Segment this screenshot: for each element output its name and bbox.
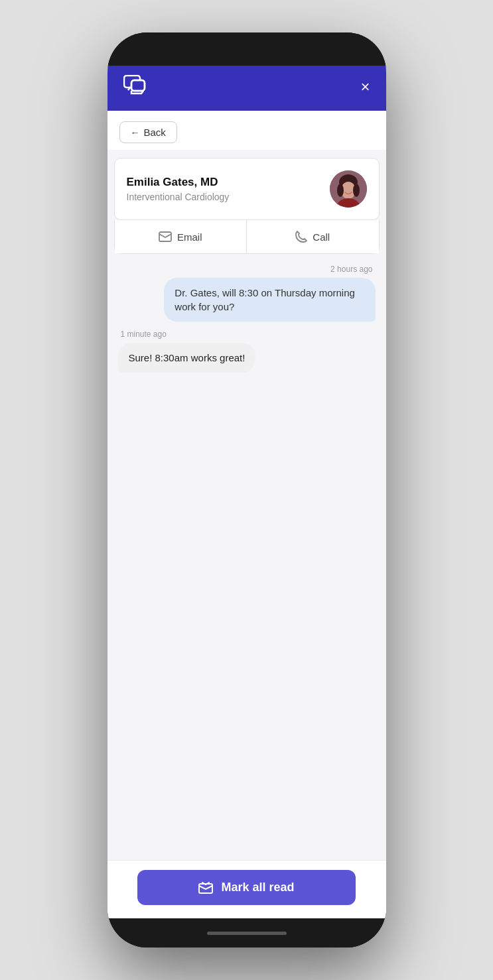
content-area: ← Back Emilia Gates, MD Interventional C…	[107, 111, 386, 918]
phone-outer: × ← Back Emilia Gates, MD Interventional…	[0, 0, 493, 980]
message-group-received: 1 minute ago Sure! 8:30am works great!	[118, 330, 376, 373]
doctor-info: Emilia Gates, MD Interventional Cardiolo…	[127, 176, 230, 202]
back-section: ← Back	[107, 111, 386, 150]
mark-read-icon	[198, 882, 213, 894]
doctor-specialty: Interventional Cardiology	[127, 192, 230, 202]
email-label: Email	[177, 231, 202, 243]
message-bubble-received: Sure! 8:30am works great!	[118, 343, 256, 373]
bottom-bezel	[107, 918, 386, 948]
message-time-sent: 2 hours ago	[118, 265, 376, 274]
back-label: Back	[144, 127, 166, 138]
message-group-sent: 2 hours ago Dr. Gates, will 8:30 on Thur…	[118, 265, 376, 322]
phone-screen: × ← Back Emilia Gates, MD Interventional…	[107, 66, 386, 918]
action-buttons: Email Call	[114, 220, 380, 254]
phone-icon	[295, 231, 307, 243]
svg-rect-1	[131, 80, 145, 91]
mark-all-read-button[interactable]: Mark all read	[137, 870, 356, 905]
back-arrow-icon: ←	[131, 127, 140, 138]
chat-icon	[123, 75, 147, 99]
doctor-name: Emilia Gates, MD	[127, 176, 230, 189]
doctor-card: Emilia Gates, MD Interventional Cardiolo…	[114, 158, 380, 220]
home-indicator	[207, 932, 287, 935]
message-time-received: 1 minute ago	[118, 330, 376, 339]
email-button[interactable]: Email	[115, 220, 247, 253]
avatar	[330, 170, 367, 208]
mark-all-read-label: Mark all read	[221, 881, 294, 894]
svg-point-6	[337, 184, 344, 197]
app-header: ×	[107, 66, 386, 111]
top-bezel	[107, 32, 386, 66]
back-button[interactable]: ← Back	[119, 121, 177, 143]
call-label: Call	[313, 231, 330, 243]
close-button[interactable]: ×	[360, 79, 370, 95]
message-bubble-sent: Dr. Gates, will 8:30 on Thursday morning…	[164, 278, 375, 322]
notch	[194, 32, 300, 55]
svg-point-7	[353, 184, 360, 197]
phone-frame: × ← Back Emilia Gates, MD Interventional…	[107, 32, 386, 948]
email-icon	[159, 231, 172, 242]
bottom-bar: Mark all read	[107, 860, 386, 918]
messages-area: 2 hours ago Dr. Gates, will 8:30 on Thur…	[107, 254, 386, 860]
call-button[interactable]: Call	[247, 220, 379, 253]
